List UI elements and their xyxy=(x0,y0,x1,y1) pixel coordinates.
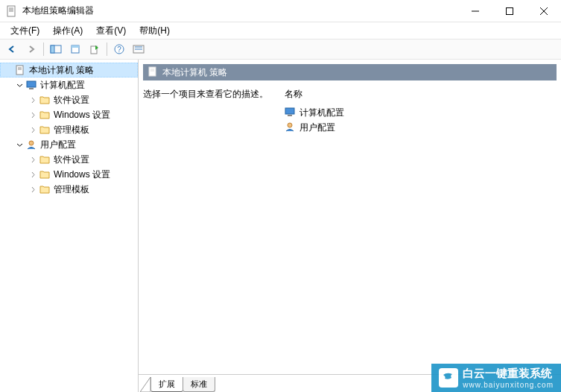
menu-help[interactable]: 帮助(H) xyxy=(133,23,176,39)
computer-icon xyxy=(285,107,297,118)
svg-rect-20 xyxy=(29,88,34,89)
watermark-url: www.baiyunxitong.com xyxy=(463,381,554,389)
titlebar: 本地组策略编辑器 xyxy=(0,0,561,22)
tree-label: 管理模板 xyxy=(54,124,89,136)
computer-icon xyxy=(25,79,37,91)
svg-rect-9 xyxy=(51,45,54,53)
svg-point-27 xyxy=(288,123,292,127)
svg-rect-19 xyxy=(27,81,36,87)
maximize-button[interactable] xyxy=(492,0,527,22)
folder-icon xyxy=(39,154,51,165)
svg-rect-22 xyxy=(149,67,156,76)
list-item-label: 计算机配置 xyxy=(299,107,344,119)
tree-label: 软件设置 xyxy=(54,154,89,166)
expander-expand-icon[interactable] xyxy=(28,95,37,104)
menu-action[interactable]: 操作(A) xyxy=(47,23,89,39)
detail-header: 本地计算机 策略 xyxy=(143,64,557,80)
expander-expand-icon[interactable] xyxy=(28,155,37,164)
user-icon xyxy=(25,139,37,151)
watermark-brand: 白云一键重装系统 xyxy=(463,367,554,381)
window-controls xyxy=(458,0,561,22)
tree-root-label: 本地计算机 策略 xyxy=(29,64,94,77)
tree-label: 用户配置 xyxy=(40,139,76,151)
column-header-name[interactable]: 名称 xyxy=(285,88,557,104)
tree-user-config[interactable]: 用户配置 xyxy=(0,137,138,152)
folder-icon xyxy=(39,94,51,106)
expander-expand-icon[interactable] xyxy=(28,125,37,134)
toolbar-separator xyxy=(43,42,44,56)
tab-extended[interactable]: 扩展 xyxy=(150,377,183,392)
expander-expand-icon[interactable] xyxy=(28,110,37,119)
tree-panel[interactable]: 本地计算机 策略 计算机配置 软件设置 Windows 设置 管理模板 用户配置 xyxy=(0,60,139,392)
toolbar: ? xyxy=(0,39,561,60)
menu-file[interactable]: 文件(F) xyxy=(4,23,45,39)
detail-header-title: 本地计算机 策略 xyxy=(162,66,227,79)
tree-software-settings-2[interactable]: 软件设置 xyxy=(0,152,138,167)
svg-point-21 xyxy=(29,141,34,145)
list-item-user-config[interactable]: 用户配置 xyxy=(285,120,557,135)
tree-windows-settings-2[interactable]: Windows 设置 xyxy=(0,167,138,182)
watermark: 白云一键重装系统 www.baiyunxitong.com xyxy=(431,364,561,392)
document-icon xyxy=(14,64,26,76)
folder-icon xyxy=(39,183,51,195)
tab-slant-decoration xyxy=(140,377,150,392)
forward-button[interactable] xyxy=(22,41,40,57)
tree-label: Windows 设置 xyxy=(54,168,110,181)
tree-label: Windows 设置 xyxy=(54,109,110,121)
expander-expand-icon[interactable] xyxy=(28,185,37,194)
description-pane: 选择一个项目来查看它的描述。 xyxy=(143,88,285,392)
folder-icon xyxy=(39,168,51,180)
tree-computer-config[interactable]: 计算机配置 xyxy=(0,78,138,92)
properties-button[interactable] xyxy=(66,41,84,57)
tree-software-settings-1[interactable]: 软件设置 xyxy=(0,92,138,107)
tree-admin-templates-2[interactable]: 管理模板 xyxy=(0,182,138,197)
window-title: 本地组策略编辑器 xyxy=(22,4,458,17)
toolbar-separator xyxy=(107,42,107,56)
show-hide-tree-button[interactable] xyxy=(47,41,65,57)
back-button[interactable] xyxy=(3,41,21,57)
app-icon xyxy=(6,5,18,17)
tree-windows-settings-1[interactable]: Windows 设置 xyxy=(0,107,138,122)
content-area: 本地计算机 策略 计算机配置 软件设置 Windows 设置 管理模板 用户配置 xyxy=(0,60,561,392)
expander-collapse-icon[interactable] xyxy=(15,80,24,89)
menubar: 文件(F) 操作(A) 查看(V) 帮助(H) xyxy=(0,22,561,39)
svg-rect-5 xyxy=(507,7,513,14)
expander-collapse-icon[interactable] xyxy=(15,140,24,149)
svg-rect-26 xyxy=(288,115,292,116)
watermark-text: 白云一键重装系统 www.baiyunxitong.com xyxy=(463,367,554,389)
svg-rect-16 xyxy=(16,66,23,75)
folder-icon xyxy=(39,109,51,121)
tab-standard[interactable]: 标准 xyxy=(183,377,215,392)
detail-body: 选择一个项目来查看它的描述。 名称 计算机配置 用户配置 xyxy=(139,80,561,392)
list-item-computer-config[interactable]: 计算机配置 xyxy=(285,105,557,120)
help-button[interactable]: ? xyxy=(110,41,128,57)
tree-label: 管理模板 xyxy=(54,183,89,196)
list-item-label: 用户配置 xyxy=(299,121,335,134)
bird-icon xyxy=(439,368,458,388)
description-prompt: 选择一个项目来查看它的描述。 xyxy=(143,88,277,101)
svg-rect-11 xyxy=(72,45,79,48)
menu-view[interactable]: 查看(V) xyxy=(90,23,132,39)
tree-label: 软件设置 xyxy=(54,94,89,107)
svg-rect-25 xyxy=(285,108,294,114)
filter-button[interactable] xyxy=(130,41,148,57)
document-icon xyxy=(148,66,158,79)
folder-icon xyxy=(39,124,51,136)
user-icon xyxy=(285,121,297,133)
expander-expand-icon[interactable] xyxy=(28,170,37,179)
tree-label: 计算机配置 xyxy=(40,79,85,92)
list-pane: 名称 计算机配置 用户配置 xyxy=(285,88,557,392)
svg-text:?: ? xyxy=(117,45,121,54)
tree-admin-templates-1[interactable]: 管理模板 xyxy=(0,122,138,137)
tree-root[interactable]: 本地计算机 策略 xyxy=(0,63,138,78)
minimize-button[interactable] xyxy=(458,0,492,22)
detail-panel: 本地计算机 策略 选择一个项目来查看它的描述。 名称 计算机配置 用户配置 扩展 xyxy=(139,60,561,392)
close-button[interactable] xyxy=(527,0,561,22)
export-button[interactable] xyxy=(86,41,104,57)
